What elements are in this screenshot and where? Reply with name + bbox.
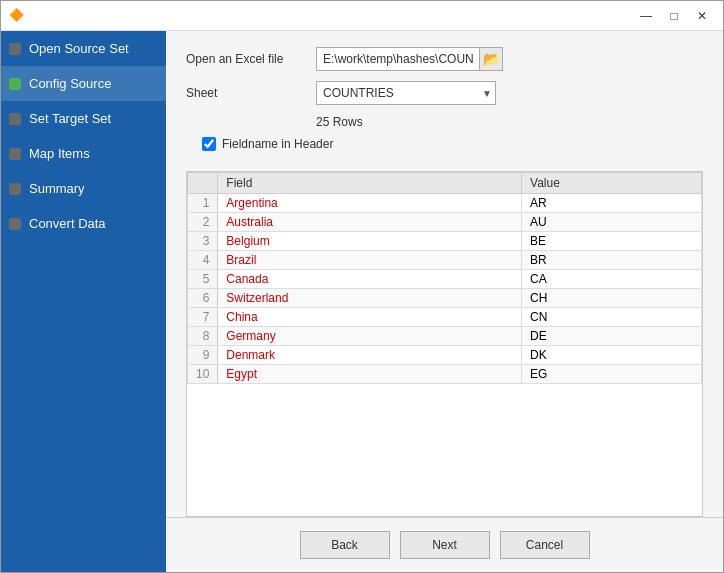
table-row: 2 Australia AU (188, 213, 702, 232)
main-content: Open Source Set Config Source Set Target… (1, 31, 723, 572)
col-num-header (188, 173, 218, 194)
row-field: Argentina (218, 194, 522, 213)
next-button[interactable]: Next (400, 531, 490, 559)
sidebar-label-config-source: Config Source (29, 76, 111, 91)
row-field: Denmark (218, 346, 522, 365)
fieldname-label: Fieldname in Header (222, 137, 333, 151)
table-body: 1 Argentina AR 2 Australia AU 3 Belgium … (188, 194, 702, 384)
row-field: Brazil (218, 251, 522, 270)
row-num: 7 (188, 308, 218, 327)
back-button[interactable]: Back (300, 531, 390, 559)
table-row: 7 China CN (188, 308, 702, 327)
file-input[interactable] (316, 47, 479, 71)
row-num: 10 (188, 365, 218, 384)
col-field-header: Field (218, 173, 522, 194)
sidebar-item-summary[interactable]: Summary (1, 171, 166, 206)
row-num: 8 (188, 327, 218, 346)
browse-button[interactable]: 📂 (479, 47, 503, 71)
row-value: DK (522, 346, 702, 365)
row-field: Germany (218, 327, 522, 346)
row-value: CN (522, 308, 702, 327)
sidebar-item-map-items[interactable]: Map Items (1, 136, 166, 171)
table-row: 6 Switzerland CH (188, 289, 702, 308)
row-num: 5 (188, 270, 218, 289)
row-value: CA (522, 270, 702, 289)
table-row: 3 Belgium BE (188, 232, 702, 251)
row-value: AR (522, 194, 702, 213)
summary-indicator (9, 183, 21, 195)
row-num: 1 (188, 194, 218, 213)
table-row: 4 Brazil BR (188, 251, 702, 270)
main-window: 🔶 — □ ✕ Open Source Set Config Source Se… (0, 0, 724, 573)
row-field: Switzerland (218, 289, 522, 308)
title-bar-left: 🔶 (9, 8, 31, 24)
sidebar-label-summary: Summary (29, 181, 85, 196)
map-items-indicator (9, 148, 21, 160)
row-field: China (218, 308, 522, 327)
col-value-header: Value (522, 173, 702, 194)
close-button[interactable]: ✕ (689, 6, 715, 26)
sidebar-label-convert-data: Convert Data (29, 216, 106, 231)
set-target-set-indicator (9, 113, 21, 125)
sidebar-label-map-items: Map Items (29, 146, 90, 161)
cancel-button[interactable]: Cancel (500, 531, 590, 559)
row-num: 6 (188, 289, 218, 308)
table-header: Field Value (188, 173, 702, 194)
row-value: BE (522, 232, 702, 251)
data-table: Field Value 1 Argentina AR 2 Australia A… (187, 172, 702, 384)
row-value: CH (522, 289, 702, 308)
footer: Back Next Cancel (166, 517, 723, 572)
sheet-select[interactable]: COUNTRIES (316, 81, 496, 105)
title-bar: 🔶 — □ ✕ (1, 1, 723, 31)
sidebar-item-open-source-set[interactable]: Open Source Set (1, 31, 166, 66)
table-row: 5 Canada CA (188, 270, 702, 289)
sidebar-item-set-target-set[interactable]: Set Target Set (1, 101, 166, 136)
data-table-container: Field Value 1 Argentina AR 2 Australia A… (186, 171, 703, 517)
sheet-row: Sheet COUNTRIES ▼ (186, 81, 703, 105)
row-num: 2 (188, 213, 218, 232)
title-controls: — □ ✕ (633, 6, 715, 26)
browse-icon: 📂 (483, 51, 500, 67)
row-value: DE (522, 327, 702, 346)
row-num: 4 (188, 251, 218, 270)
row-field: Belgium (218, 232, 522, 251)
form-area: Open an Excel file 📂 Sheet COUNTRIES (166, 31, 723, 171)
row-field: Australia (218, 213, 522, 232)
file-input-group: 📂 (316, 47, 503, 71)
table-row: 9 Denmark DK (188, 346, 702, 365)
row-value: EG (522, 365, 702, 384)
open-source-set-indicator (9, 43, 21, 55)
sidebar-label-set-target-set: Set Target Set (29, 111, 111, 126)
table-row: 10 Egypt EG (188, 365, 702, 384)
convert-data-indicator (9, 218, 21, 230)
maximize-button[interactable]: □ (661, 6, 687, 26)
sheet-label: Sheet (186, 86, 316, 100)
sidebar-item-config-source[interactable]: Config Source (1, 66, 166, 101)
sidebar-label-open-source-set: Open Source Set (29, 41, 129, 56)
sheet-select-wrapper: COUNTRIES ▼ (316, 81, 496, 105)
row-num: 9 (188, 346, 218, 365)
sidebar: Open Source Set Config Source Set Target… (1, 31, 166, 572)
open-file-label: Open an Excel file (186, 52, 316, 66)
row-field: Canada (218, 270, 522, 289)
rows-info: 25 Rows (316, 115, 703, 129)
right-panel: Open an Excel file 📂 Sheet COUNTRIES (166, 31, 723, 572)
row-value: AU (522, 213, 702, 232)
fieldname-row: Fieldname in Header (186, 137, 703, 151)
config-source-indicator (9, 78, 21, 90)
row-num: 3 (188, 232, 218, 251)
minimize-button[interactable]: — (633, 6, 659, 26)
app-icon: 🔶 (9, 8, 25, 24)
row-field: Egypt (218, 365, 522, 384)
fieldname-checkbox[interactable] (202, 137, 216, 151)
fieldname-text: Fieldname in Header (222, 137, 333, 151)
sidebar-item-convert-data[interactable]: Convert Data (1, 206, 166, 241)
open-file-row: Open an Excel file 📂 (186, 47, 703, 71)
table-row: 1 Argentina AR (188, 194, 702, 213)
row-value: BR (522, 251, 702, 270)
table-row: 8 Germany DE (188, 327, 702, 346)
